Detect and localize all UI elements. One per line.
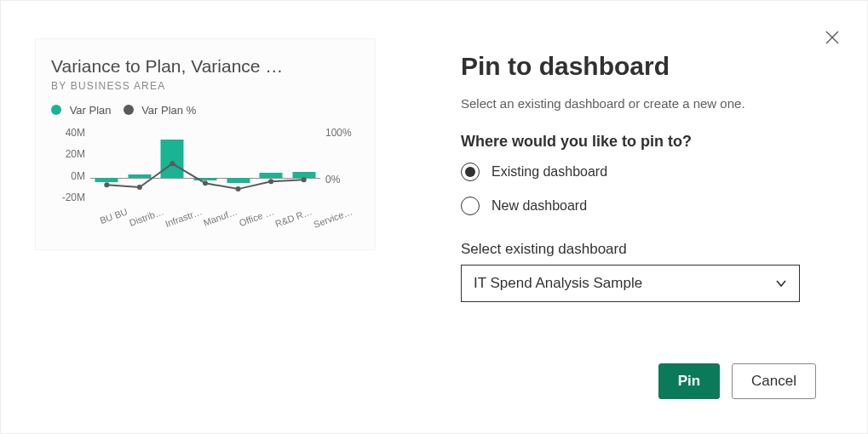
tile-title: Variance to Plan, Variance … <box>51 56 359 77</box>
tile-subtitle: BY BUSINESS AREA <box>51 80 359 92</box>
radio-new-dashboard[interactable]: New dashboard <box>461 197 816 215</box>
pin-to-dashboard-dialog: Variance to Plan, Variance … BY BUSINESS… <box>0 0 868 434</box>
dialog-subtitle: Select an existing dashboard or create a… <box>461 96 816 111</box>
legend-item-var-plan-pct: Var Plan % <box>124 104 197 117</box>
y-axis-right: 100% 0% <box>325 127 359 203</box>
dashboard-select[interactable]: IT Spend Analysis Sample <box>461 265 800 302</box>
dialog-title: Pin to dashboard <box>461 52 816 81</box>
chart: 40M 20M 0M -20M 100% 0% BU BUDistrib…Inf <box>51 127 359 231</box>
legend-label: Var Plan % <box>141 104 196 117</box>
pin-button[interactable]: Pin <box>658 363 720 399</box>
line-point <box>268 179 273 184</box>
line-point <box>236 186 241 191</box>
plot-area <box>90 127 320 203</box>
legend-item-var-plan: Var Plan <box>51 104 112 117</box>
line-point <box>302 177 307 182</box>
radio-label: Existing dashboard <box>491 164 607 180</box>
y-tick: -20M <box>51 191 85 203</box>
chart-tile: Variance to Plan, Variance … BY BUSINESS… <box>35 38 376 250</box>
legend-swatch-teal <box>51 105 61 115</box>
pin-target-radio-group: Existing dashboard New dashboard <box>461 163 816 215</box>
close-button[interactable] <box>825 30 840 45</box>
radio-label: New dashboard <box>491 198 587 214</box>
pin-question: Where would you like to pin to? <box>461 133 816 151</box>
y-axis-left: 40M 20M 0M -20M <box>51 127 85 203</box>
chevron-down-icon <box>775 277 787 289</box>
select-dashboard-label: Select existing dashboard <box>461 241 816 258</box>
line-point <box>104 182 109 187</box>
legend-swatch-grey <box>124 105 134 115</box>
dialog-actions: Pin Cancel <box>658 363 816 399</box>
x-tick: BU BU <box>92 208 126 239</box>
x-tick: Service… <box>306 208 352 243</box>
y-tick: 0M <box>51 170 85 182</box>
line-point <box>137 185 142 190</box>
dashboard-select-value: IT Spend Analysis Sample <box>474 275 642 292</box>
pin-form-pane: Pin to dashboard Select an existing dash… <box>427 1 867 433</box>
chart-legend: Var Plan Var Plan % <box>51 104 359 117</box>
y-tick: 100% <box>325 127 359 139</box>
line-point <box>170 161 175 166</box>
cancel-button[interactable]: Cancel <box>732 363 816 399</box>
y-tick: 20M <box>51 148 85 160</box>
line-point <box>203 180 208 186</box>
radio-existing-dashboard[interactable]: Existing dashboard <box>461 163 816 181</box>
y-tick: 0% <box>325 174 359 186</box>
tile-preview-pane: Variance to Plan, Variance … BY BUSINESS… <box>1 1 427 433</box>
close-icon <box>825 30 840 45</box>
x-axis: BU BUDistrib…Infrastr…Manuf…Office …R&D … <box>90 208 322 231</box>
legend-label: Var Plan <box>70 104 112 117</box>
y-tick: 40M <box>51 127 85 139</box>
